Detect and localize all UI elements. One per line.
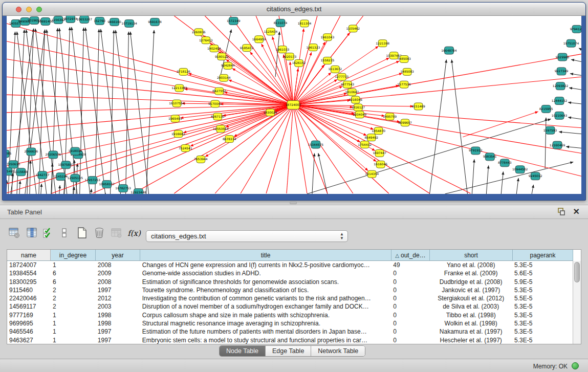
graph-node-label: 1558235 — [321, 58, 335, 62]
window-titlebar[interactable]: citations_edges.txt — [3, 3, 585, 16]
table-cell: Estimation of significance thresholds fo… — [140, 278, 391, 286]
splitter-grip[interactable] — [290, 202, 297, 204]
column-header-out_de[interactable]: △out_de… — [391, 250, 430, 261]
graph-node-label: 1277733 — [335, 75, 349, 78]
tab-network-table[interactable]: Network Table — [311, 346, 365, 356]
table-cell: 6 — [51, 269, 96, 277]
delete-table-icon[interactable] — [110, 226, 124, 240]
delete-column-icon[interactable] — [92, 226, 106, 240]
graph-node-label: 9329966 — [556, 55, 570, 59]
table-cell: 5.3E-5 — [512, 319, 573, 327]
table-mode-icon[interactable] — [7, 226, 21, 240]
column-header-year[interactable]: year — [96, 250, 140, 261]
table-scrollbar[interactable] — [573, 261, 581, 344]
citation-graph[interactable]: 1405572949061910196532069140611563929072… — [7, 16, 581, 194]
table-cell: Investigating the contribution of common… — [140, 294, 391, 302]
table-row[interactable]: 2242004622012Investigating the contribut… — [7, 294, 573, 302]
graph-node-label: 12160469 — [550, 143, 565, 147]
table-cell: 5.3E-5 — [512, 286, 573, 294]
graph-node-label: 8549492 — [364, 136, 378, 139]
table-cell: Embryonic stem cells: a model to study s… — [140, 336, 391, 344]
graph-node-label: 8778443 — [498, 161, 512, 164]
tab-node-table[interactable]: Node Table — [220, 346, 266, 356]
graph-node-label: 2516085 — [7, 151, 12, 155]
table-cell: 0 — [391, 336, 429, 344]
graph-node-label: 12444152 — [552, 99, 568, 102]
table-cell: 1997 — [96, 327, 140, 336]
scrollbar-thumb[interactable] — [574, 262, 580, 282]
row-selection-icon[interactable] — [57, 226, 72, 240]
graph-node-label: 1216046 — [349, 98, 362, 101]
table-cell: Hescheler et al. (1997) — [429, 336, 512, 344]
table-cell: Nakamura et al. (1997) — [429, 327, 512, 336]
graph-node-label: 20206576 — [46, 152, 61, 156]
graph-node-label: 10397483 — [386, 54, 402, 57]
graph-node-label: 1961033 — [276, 48, 290, 51]
table-cell: 18300295 — [7, 278, 51, 286]
close-icon[interactable]: ✕ — [573, 207, 580, 216]
graph-node-label: 1221398 — [376, 41, 389, 45]
table-toolbar: f(x) citations_edges.txt ▲▼ — [0, 219, 588, 246]
table-cell: 5.5E-5 — [512, 294, 573, 302]
table-cell: Structural magnetic resonance image aver… — [140, 319, 391, 327]
table-row[interactable]: 911546021997Tourette syndrome. Phenomeno… — [7, 286, 573, 294]
network-canvas[interactable]: 1405572949061910196532069140611563929072… — [7, 16, 581, 194]
table-cell: 0 — [391, 278, 429, 286]
table-row[interactable]: 1830029562008Estimation of significance … — [7, 278, 573, 286]
graph-node-label: 1616046 — [374, 162, 387, 166]
table-cell: 14569117 — [7, 302, 51, 311]
table-cell: 9463627 — [7, 336, 51, 344]
table-cell: Genome-wide association studies in ADHD. — [140, 269, 391, 277]
table-row[interactable]: 969969511998Structural magnetic resonanc… — [7, 319, 573, 327]
column-header-title[interactable]: title — [140, 250, 391, 261]
graph-node-label: 17957253 — [84, 178, 100, 182]
table-cell: 2 — [51, 294, 96, 302]
graph-node-label: 19751074 — [563, 41, 579, 45]
float-panel-icon[interactable] — [556, 208, 565, 216]
table-panel: Table Panel ✕ f(x — [0, 205, 588, 372]
table-cell: 5.6E-5 — [512, 269, 573, 277]
table-row[interactable]: 1456911722003Disruption of a novel membe… — [7, 302, 573, 311]
table-cell: 6 — [51, 278, 96, 286]
column-header-in_degree[interactable]: in_degree — [51, 250, 96, 261]
table-cell: 9777169 — [7, 311, 51, 319]
graph-node-label: 8215955 — [539, 107, 553, 111]
graph-node-label: 1854870 — [372, 129, 385, 133]
column-header-short[interactable]: short — [430, 250, 513, 261]
table-cell: 22420046 — [7, 294, 51, 302]
table-row[interactable]: 1938455462009Genome-wide association stu… — [7, 269, 573, 277]
table-cell: 19384554 — [7, 269, 51, 277]
table-selector-dropdown[interactable]: citations_edges.txt ▲▼ — [146, 230, 348, 242]
function-builder-icon[interactable]: f(x) — [127, 226, 141, 240]
table-cell: Stergiakouli et al. (2012) — [429, 294, 512, 302]
select-columns-icon[interactable] — [41, 226, 55, 240]
create-column-icon[interactable] — [75, 226, 89, 240]
table-row[interactable]: 977716911998Corpus callosum shape and si… — [7, 311, 573, 319]
tab-edge-table[interactable]: Edge Table — [266, 346, 311, 356]
graph-node-label: 152760 — [94, 19, 105, 23]
graph-node-label: 7485083 — [397, 57, 411, 61]
table-cell: Disruption of a novel member of a sodium… — [140, 302, 391, 311]
table-row[interactable]: 1872400712008Changes of HCN gene express… — [7, 261, 573, 269]
dropdown-stepper-icon: ▲▼ — [340, 232, 344, 240]
graph-node-label: 12213363 — [171, 86, 187, 90]
table-row[interactable]: 946362711997Embryonic stem cells: a mode… — [7, 336, 573, 344]
table-cell: 9115460 — [7, 286, 51, 294]
table-row[interactable]: 946554611997Estimation of the future num… — [7, 327, 573, 336]
table-cell: 1997 — [96, 336, 140, 344]
table-cell: Corpus callosum shape and size in male p… — [140, 311, 391, 319]
graph-node-label: 1276413 — [199, 38, 213, 42]
graph-node-label: 7653944 — [194, 157, 208, 161]
show-columns-icon[interactable] — [25, 226, 39, 240]
memory-status-icon[interactable] — [572, 362, 579, 369]
graph-node-label: 1816127 — [351, 105, 365, 109]
table-cell: 1 — [51, 261, 96, 269]
table-cell: 9699695 — [7, 319, 51, 327]
column-header-pagerank[interactable]: pagerank — [513, 250, 573, 261]
table-header-row: namein_degreeyeartitle△out_de…shortpager… — [7, 250, 581, 261]
sort-asc-icon: △ — [395, 253, 399, 258]
graph-node-label: 1402404 — [207, 47, 221, 50]
table-cell: 1998 — [96, 311, 140, 319]
graph-node-label: 16782753 — [115, 186, 131, 190]
column-header-name[interactable]: name — [7, 250, 51, 261]
